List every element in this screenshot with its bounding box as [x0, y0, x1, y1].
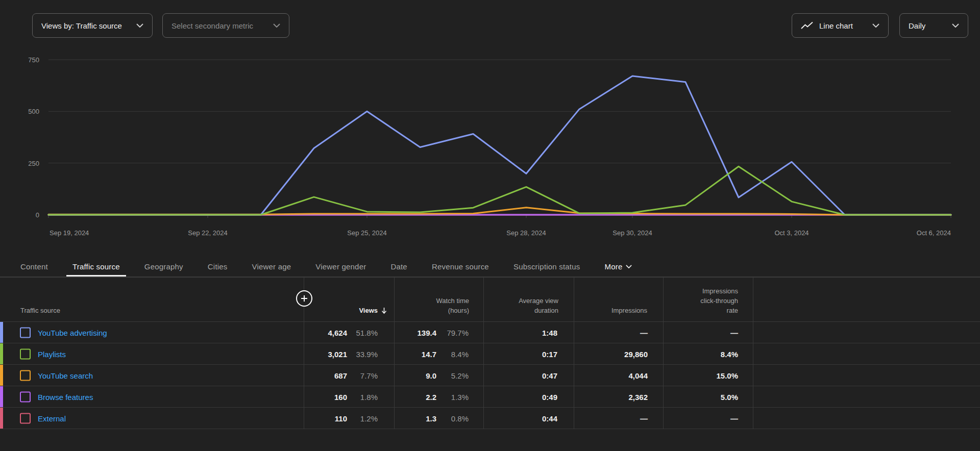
primary-metric-label: Views by: Traffic source: [41, 21, 122, 30]
column-header-traffic-source[interactable]: Traffic source: [20, 306, 60, 315]
secondary-metric-dropdown[interactable]: Select secondary metric: [162, 13, 289, 38]
series-color-bar: [0, 322, 3, 343]
chevron-down-icon: [626, 265, 632, 268]
primary-metric-dropdown[interactable]: Views by: Traffic source: [32, 13, 153, 38]
tab-cities[interactable]: Cities: [195, 256, 240, 277]
row-checkbox[interactable]: [20, 370, 31, 381]
tab-more[interactable]: More: [592, 256, 644, 277]
tab-label: Geography: [144, 262, 183, 271]
impressions-ctr-value: 15.0%: [667, 371, 738, 380]
interval-dropdown[interactable]: Daily: [899, 13, 968, 38]
svg-text:750: 750: [28, 56, 39, 64]
traffic-source-link[interactable]: YouTube advertising: [38, 328, 107, 337]
series-color-bar: [0, 408, 3, 429]
traffic-source-link[interactable]: Browse features: [38, 392, 93, 401]
column-divider: [574, 277, 574, 429]
traffic-source-link[interactable]: YouTube search: [38, 371, 93, 380]
average-view-duration-value: 0:49: [486, 392, 557, 401]
tab-geography[interactable]: Geography: [132, 256, 195, 277]
chart-type-dropdown[interactable]: Line chart: [792, 13, 889, 38]
table-body: YouTube advertising4,62451.8%139.479.7%1…: [0, 322, 980, 429]
column-divider: [663, 277, 664, 429]
tab-traffic-source[interactable]: Traffic source: [60, 256, 132, 277]
table-row-playlists[interactable]: Playlists3,02133.9%14.78.4%0:1729,8608.4…: [0, 343, 980, 365]
tab-label: Date: [390, 262, 407, 271]
dimension-tabs: ContentTraffic sourceGeographyCitiesView…: [0, 256, 980, 277]
average-view-duration-value: 1:48: [486, 328, 557, 337]
tab-label: Viewer gender: [315, 262, 366, 271]
column-divider: [483, 277, 484, 429]
traffic-source-link[interactable]: External: [38, 414, 66, 422]
watch-time-share: 8.4%: [397, 349, 469, 358]
watch-time-share: 5.2%: [397, 371, 469, 380]
impressions-value: —: [576, 328, 648, 337]
impressions-value: —: [576, 414, 648, 422]
svg-text:Oct 6, 2024: Oct 6, 2024: [917, 229, 951, 237]
series-color-bar: [0, 343, 3, 364]
row-checkbox[interactable]: [20, 327, 31, 338]
secondary-metric-placeholder: Select secondary metric: [172, 21, 253, 30]
tab-label: More: [604, 262, 622, 271]
impressions-value: 4,044: [576, 371, 648, 380]
svg-text:500: 500: [28, 108, 39, 115]
column-divider: [394, 277, 395, 429]
chevron-down-icon: [136, 23, 143, 28]
tab-date[interactable]: Date: [378, 256, 420, 277]
chevron-down-icon: [952, 23, 959, 28]
row-checkbox[interactable]: [20, 413, 31, 423]
column-header-average-view-duration[interactable]: Average view duration: [485, 296, 558, 315]
impressions-value: 29,860: [576, 349, 648, 358]
line-chart-icon: [801, 21, 813, 30]
average-view-duration-value: 0:47: [486, 371, 557, 380]
average-view-duration-value: 0:17: [486, 349, 557, 358]
table-row-browse-features[interactable]: Browse features1601.8%2.21.3%0:492,3625.…: [0, 386, 980, 408]
table-row-youtube-search[interactable]: YouTube search6877.7%9.05.2%0:474,04415.…: [0, 365, 980, 386]
views-header-label: Views: [359, 306, 378, 315]
tab-revenue-source[interactable]: Revenue source: [420, 256, 501, 277]
add-metric-button[interactable]: [296, 290, 312, 307]
tab-viewer-age[interactable]: Viewer age: [240, 256, 304, 277]
tab-label: Viewer age: [252, 262, 291, 271]
tab-label: Content: [20, 262, 48, 271]
watch-time-share: 1.3%: [397, 392, 469, 401]
impressions-ctr-value: 5.0%: [667, 392, 738, 401]
row-checkbox[interactable]: [20, 348, 31, 359]
svg-text:250: 250: [28, 160, 39, 167]
svg-text:Sep 25, 2024: Sep 25, 2024: [347, 229, 386, 237]
impressions-ctr-value: 8.4%: [667, 349, 738, 358]
watch-time-share: 79.7%: [397, 328, 469, 337]
tab-label: Traffic source: [72, 262, 120, 271]
tab-label: Subscription status: [513, 262, 580, 271]
impressions-ctr-value: —: [667, 328, 738, 337]
column-divider: [753, 277, 753, 429]
column-header-impressions-ctr[interactable]: Impressions click-through rate: [664, 286, 738, 315]
tab-label: Revenue source: [432, 262, 489, 271]
tab-label: Cities: [208, 262, 228, 271]
svg-text:Sep 28, 2024: Sep 28, 2024: [506, 229, 546, 237]
traffic-source-link[interactable]: Playlists: [38, 349, 66, 358]
column-header-watch-time[interactable]: Watch time (hours): [388, 296, 469, 315]
column-header-views[interactable]: Views: [305, 306, 387, 315]
table-row-external[interactable]: External1101.2%1.30.8%0:44——: [0, 408, 980, 429]
tab-content[interactable]: Content: [8, 256, 60, 277]
table-header: Traffic source Views Watch time (hours) …: [0, 277, 980, 322]
column-header-impressions[interactable]: Impressions: [577, 306, 647, 315]
svg-text:Sep 22, 2024: Sep 22, 2024: [188, 229, 227, 237]
series-color-bar: [0, 365, 3, 386]
tab-viewer-gender[interactable]: Viewer gender: [303, 256, 378, 277]
chevron-down-icon: [872, 23, 879, 28]
interval-label: Daily: [909, 21, 925, 30]
sort-descending-icon: [381, 307, 387, 314]
impressions-ctr-value: —: [667, 414, 738, 422]
plus-icon: [301, 295, 308, 302]
watch-time-share: 0.8%: [397, 414, 469, 422]
svg-text:0: 0: [36, 211, 39, 219]
tab-subscription-status[interactable]: Subscription status: [501, 256, 593, 277]
row-checkbox[interactable]: [20, 391, 31, 402]
table-row-youtube-advertising[interactable]: YouTube advertising4,62451.8%139.479.7%1…: [0, 322, 980, 343]
series-color-bar: [0, 386, 3, 407]
svg-text:Oct 3, 2024: Oct 3, 2024: [774, 229, 808, 237]
chevron-down-icon: [273, 23, 280, 28]
average-view-duration-value: 0:44: [486, 414, 557, 422]
impressions-value: 2,362: [576, 392, 648, 401]
